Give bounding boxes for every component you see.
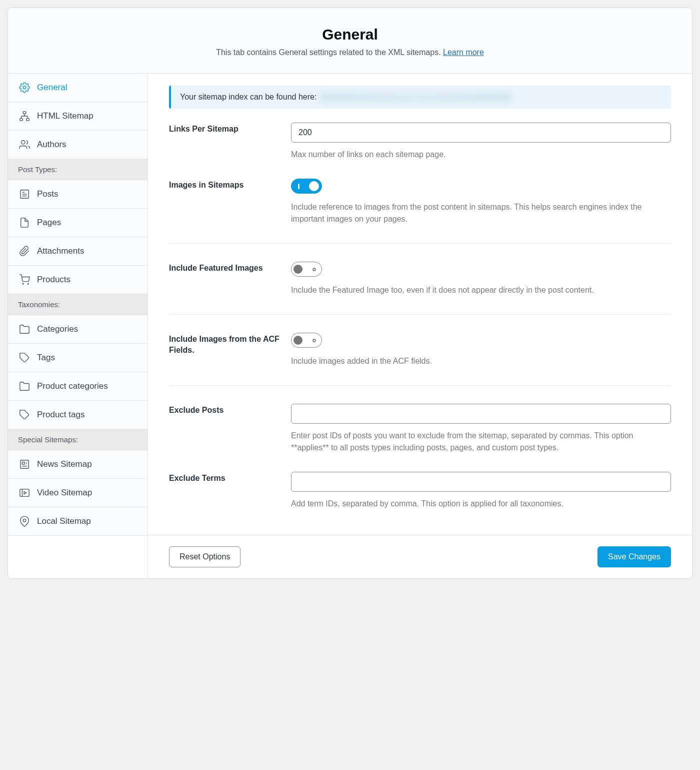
video-icon bbox=[19, 487, 30, 498]
sidebar-item-label: Pages bbox=[37, 218, 61, 228]
settings-panel: General This tab contains General settin… bbox=[8, 8, 692, 579]
sidebar-item-label: Products bbox=[37, 275, 70, 285]
learn-more-link[interactable]: Learn more bbox=[443, 48, 484, 57]
page-icon bbox=[19, 217, 30, 228]
panel-subtitle: This tab contains General settings relat… bbox=[20, 48, 680, 57]
field-description: Include the Featured Image too, even if … bbox=[291, 284, 671, 296]
sidebar-item-label: News Sitemap bbox=[37, 459, 92, 469]
sidebar-item-categories[interactable]: Categories bbox=[8, 315, 148, 344]
location-icon bbox=[19, 516, 30, 527]
save-changes-button[interactable]: Save Changes bbox=[598, 546, 671, 567]
sidebar-item-general[interactable]: General bbox=[8, 74, 148, 102]
sidebar-item-video-sitemap[interactable]: Video Sitemap bbox=[8, 479, 148, 507]
field-label: Include Images from the ACF Fields. bbox=[169, 333, 285, 367]
notice-text: Your sitemap index can be found here: bbox=[180, 93, 316, 102]
field-exclude-posts: Exclude Posts Enter post IDs of posts yo… bbox=[169, 404, 671, 472]
sitemap-icon bbox=[19, 111, 30, 122]
field-links-per-sitemap: Links Per Sitemap Max number of links on… bbox=[169, 123, 671, 179]
content-area: Your sitemap index can be found here: Li… bbox=[148, 74, 692, 578]
folder-icon bbox=[19, 381, 30, 392]
sidebar: General HTML Sitemap Authors Post Types: bbox=[8, 74, 148, 578]
sitemap-index-notice: Your sitemap index can be found here: bbox=[169, 86, 671, 109]
field-label: Exclude Posts bbox=[169, 404, 285, 454]
field-label: Include Featured Images bbox=[169, 262, 285, 296]
paperclip-icon bbox=[19, 246, 30, 257]
images-in-sitemaps-toggle[interactable] bbox=[291, 179, 322, 194]
folder-icon bbox=[19, 324, 30, 335]
svg-point-9 bbox=[22, 283, 24, 284]
panel-header: General This tab contains General settin… bbox=[8, 8, 692, 74]
svg-rect-1 bbox=[23, 112, 26, 114]
sidebar-item-posts[interactable]: Posts bbox=[8, 180, 148, 209]
svg-rect-2 bbox=[20, 119, 23, 121]
news-icon bbox=[19, 459, 30, 470]
sidebar-group-post-types: Post Types: bbox=[8, 159, 148, 180]
svg-point-21 bbox=[23, 519, 26, 522]
sidebar-item-label: Product categories bbox=[37, 381, 108, 391]
sidebar-item-html-sitemap[interactable]: HTML Sitemap bbox=[8, 102, 148, 131]
field-label: Images in Sitemaps bbox=[169, 179, 285, 225]
field-label: Links Per Sitemap bbox=[169, 123, 285, 161]
sidebar-item-label: Posts bbox=[37, 189, 58, 199]
field-description: Max number of links on each sitemap page… bbox=[291, 149, 671, 161]
sidebar-item-authors[interactable]: Authors bbox=[8, 131, 148, 159]
include-featured-toggle[interactable] bbox=[291, 262, 322, 277]
svg-rect-3 bbox=[26, 119, 29, 121]
sidebar-item-label: HTML Sitemap bbox=[37, 111, 94, 121]
field-images-in-sitemaps: Images in Sitemaps Include reference to … bbox=[169, 179, 671, 244]
field-description: Enter post IDs of posts you want to excl… bbox=[291, 430, 671, 454]
svg-rect-14 bbox=[22, 462, 24, 464]
sidebar-item-product-tags[interactable]: Product tags bbox=[8, 401, 148, 429]
sidebar-item-label: Tags bbox=[37, 353, 55, 363]
sidebar-group-special: Special Sitemaps: bbox=[8, 429, 148, 450]
sidebar-item-local-sitemap[interactable]: Local Sitemap bbox=[8, 507, 148, 535]
sidebar-item-label: Authors bbox=[37, 140, 66, 150]
field-exclude-terms: Exclude Terms Add term IDs, separated by… bbox=[169, 472, 671, 528]
field-label: Exclude Terms bbox=[169, 472, 285, 510]
svg-point-0 bbox=[23, 86, 26, 89]
form-footer: Reset Options Save Changes bbox=[148, 535, 692, 578]
field-include-featured-images: Include Featured Images Include the Feat… bbox=[169, 262, 671, 315]
sidebar-item-label: Local Sitemap bbox=[37, 516, 91, 526]
sidebar-item-attachments[interactable]: Attachments bbox=[8, 237, 148, 266]
field-description: Include images added in the ACF fields. bbox=[291, 355, 671, 367]
exclude-terms-input[interactable] bbox=[291, 472, 671, 492]
sidebar-item-news-sitemap[interactable]: News Sitemap bbox=[8, 450, 148, 479]
gear-icon bbox=[19, 82, 30, 93]
sidebar-item-label: Video Sitemap bbox=[37, 488, 92, 498]
svg-rect-18 bbox=[20, 489, 29, 497]
svg-point-10 bbox=[28, 283, 28, 284]
tag-icon bbox=[19, 409, 30, 420]
field-description: Include reference to images from the pos… bbox=[291, 201, 671, 225]
users-icon bbox=[19, 139, 30, 150]
field-description: Add term IDs, separated by comma. This o… bbox=[291, 498, 671, 510]
svg-marker-20 bbox=[24, 491, 26, 494]
posts-icon bbox=[19, 189, 30, 200]
svg-point-4 bbox=[22, 141, 25, 144]
sidebar-item-tags[interactable]: Tags bbox=[8, 344, 148, 372]
links-per-sitemap-input[interactable] bbox=[291, 123, 671, 143]
sidebar-item-pages[interactable]: Pages bbox=[8, 209, 148, 237]
include-acf-toggle[interactable] bbox=[291, 333, 322, 348]
panel-title: General bbox=[20, 26, 680, 43]
field-include-acf-images: Include Images from the ACF Fields. Incl… bbox=[169, 333, 671, 386]
sidebar-item-label: Categories bbox=[37, 324, 78, 334]
sidebar-item-label: General bbox=[37, 83, 67, 93]
sidebar-item-product-categories[interactable]: Product categories bbox=[8, 372, 148, 401]
sidebar-group-taxonomies: Taxonomies: bbox=[8, 294, 148, 315]
tag-icon bbox=[19, 352, 30, 363]
sidebar-item-products[interactable]: Products bbox=[8, 266, 148, 294]
sidebar-item-label: Attachments bbox=[37, 246, 84, 256]
reset-options-button[interactable]: Reset Options bbox=[169, 546, 240, 567]
cart-icon bbox=[19, 274, 30, 285]
sitemap-url-blurred bbox=[320, 93, 510, 101]
sidebar-item-label: Product tags bbox=[37, 410, 84, 420]
exclude-posts-input[interactable] bbox=[291, 404, 671, 424]
panel-body: General HTML Sitemap Authors Post Types: bbox=[8, 74, 692, 578]
